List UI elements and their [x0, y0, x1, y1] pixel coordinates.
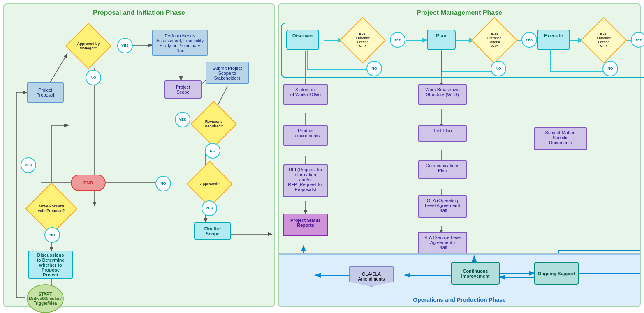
wbs: Work BreakdownStructure (WBS) [418, 84, 467, 105]
no-circle-approved: NO [155, 176, 171, 191]
yes-circle-1: YES [117, 38, 133, 53]
move-forward-diamond: Move Forwardwith Proposal? [29, 192, 74, 225]
finalize-scope: FinalizeScope [194, 222, 231, 240]
yes-circle-revisions: YES [175, 112, 190, 127]
product-requirements: ProductRequirements [283, 125, 328, 146]
ongoing-support: Ongoing Support [534, 262, 579, 285]
discussions: Discussionsto Determinewhether toPropose… [28, 251, 73, 279]
right-panel: Project Management Phase [278, 3, 641, 307]
yes-circle-e1: YES [390, 32, 405, 48]
no-circle-move: NO [44, 227, 60, 243]
plan-box: Plan [427, 30, 456, 50]
test-plan: Test Plan [418, 125, 467, 142]
ola-sla-amendments: OLA/SLA Amendments [349, 266, 394, 287]
start-blob: STARTMotive/Stimulus/Trigger/Idea [27, 284, 64, 313]
left-panel: Proposal and Initiation Phase [3, 3, 275, 307]
ops-title: Operations and Production Phase [279, 295, 640, 305]
exit-entrance-2: Exit/EntranceCriteriaMet? [474, 24, 515, 57]
discover-box: Discover [286, 30, 319, 50]
project-proposal: Project Proposal [27, 82, 64, 103]
communications-plan: CommunicationsPlan [418, 160, 467, 179]
no-circle-e2: NO [491, 61, 506, 76]
ola-draft: OLA (OperatingLevel Agreement)Draft [418, 195, 467, 218]
left-phase-title: Proposal and Initiation Phase [4, 6, 274, 20]
sla-draft: SLA (Service LevelAgreement )Draft [418, 232, 467, 255]
yes-circle-move: YES [21, 157, 36, 173]
approved-diamond: Approved? [189, 168, 230, 200]
right-phase-title: Project Management Phase [279, 6, 640, 20]
project-status-reports: Project StatusReports [283, 214, 328, 236]
revisions-required-diamond: RevisionsRequired? [193, 108, 234, 140]
rfi-rfp: RFI (Request forInformation)and/orRFP (R… [283, 164, 328, 197]
no-circle-revisions: NO [205, 143, 220, 159]
perform-needs: Perform NeedsAssessment, FeasibilityStud… [152, 30, 208, 56]
no-circle-e1: NO [366, 61, 382, 76]
no-circle-e3: NO [602, 61, 618, 76]
exit-entrance-3: Exit/EntranceCriteriaMet? [583, 24, 624, 57]
subject-matter: Subject-Matter-SpecificDocuments [534, 127, 587, 150]
approved-by-manager-diamond: Approved byManager? [68, 30, 109, 62]
no-circle-manager: NO [86, 70, 101, 85]
project-scope: ProjectScope [164, 80, 202, 99]
yes-circle-e2: YES [521, 32, 537, 48]
execute-box: Execute [537, 30, 570, 50]
ops-section: Operations and Production Phase OLA/SLA … [279, 254, 640, 306]
exit-entrance-1: Exit/EntranceCriteriaMet? [342, 24, 383, 57]
end-box: END [71, 175, 106, 191]
continuous-improvement: Continuous Improvement [451, 262, 500, 285]
yes-circle-e3: YES [631, 32, 644, 48]
statement-of-work: Statementof Work (SOW) [283, 84, 328, 105]
main-container: Proposal and Initiation Phase [0, 0, 644, 313]
yes-circle-finalize: YES [202, 200, 217, 216]
submit-scope: Submit ProjectScope toStakeholders [206, 62, 249, 84]
